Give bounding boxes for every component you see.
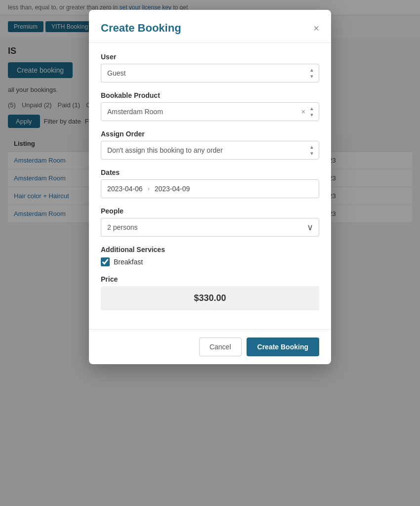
dates-field-group: Dates 2023-04-06 › 2023-04-09 xyxy=(101,169,319,198)
close-button[interactable]: × xyxy=(313,23,319,33)
user-select[interactable]: Guest xyxy=(101,64,319,83)
additional-services-group: Additional Services Breakfast xyxy=(101,246,319,266)
price-label: Price xyxy=(101,275,319,283)
modal-body: User Guest ▲ ▼ Bookable Product Amsterda xyxy=(89,43,331,329)
additional-services-label: Additional Services xyxy=(101,246,319,253)
assign-order-field-group: Assign Order Don't assign this booking t… xyxy=(101,130,319,160)
people-label: People xyxy=(101,207,319,215)
dates-label: Dates xyxy=(101,169,319,176)
date-to: 2023-04-09 xyxy=(155,185,190,193)
price-display: $330.00 xyxy=(101,286,319,310)
breakfast-checkbox-item: Breakfast xyxy=(101,257,319,266)
cancel-button[interactable]: Cancel xyxy=(199,337,242,356)
user-label: User xyxy=(101,53,319,61)
breakfast-label[interactable]: Breakfast xyxy=(114,258,143,266)
modal-header: Create Booking × xyxy=(89,10,331,43)
dates-input[interactable]: 2023-04-06 › 2023-04-09 xyxy=(101,179,319,198)
create-booking-submit-button[interactable]: Create Booking xyxy=(247,337,319,356)
date-from: 2023-04-06 xyxy=(107,185,143,193)
bookable-product-label: Bookable Product xyxy=(101,91,319,99)
bookable-product-select[interactable]: Amsterdam Room xyxy=(101,102,319,121)
bookable-product-select-wrapper: Amsterdam Room × ▲ ▼ xyxy=(101,102,319,121)
people-select-wrapper: 2 persons ∨ xyxy=(101,218,319,237)
user-field-group: User Guest ▲ ▼ xyxy=(101,53,319,83)
user-select-wrapper: Guest ▲ ▼ xyxy=(101,64,319,83)
people-field-group: People 2 persons ∨ xyxy=(101,207,319,237)
bookable-product-field-group: Bookable Product Amsterdam Room × ▲ ▼ xyxy=(101,91,319,121)
people-select[interactable]: 2 persons xyxy=(101,218,319,237)
assign-order-label: Assign Order xyxy=(101,130,319,138)
modal-overlay: Create Booking × User Guest ▲ ▼ xyxy=(0,0,420,506)
date-range-arrow-icon: › xyxy=(148,185,150,192)
assign-order-select-wrapper: Don't assign this booking to any order ▲… xyxy=(101,141,319,160)
clear-product-button[interactable]: × xyxy=(301,108,305,116)
modal-title: Create Booking xyxy=(101,22,181,35)
modal-footer: Cancel Create Booking xyxy=(89,329,331,364)
breakfast-checkbox[interactable] xyxy=(101,257,110,266)
price-field-group: Price $330.00 xyxy=(101,275,319,310)
create-booking-modal: Create Booking × User Guest ▲ ▼ xyxy=(89,10,331,364)
assign-order-select[interactable]: Don't assign this booking to any order xyxy=(101,141,319,160)
